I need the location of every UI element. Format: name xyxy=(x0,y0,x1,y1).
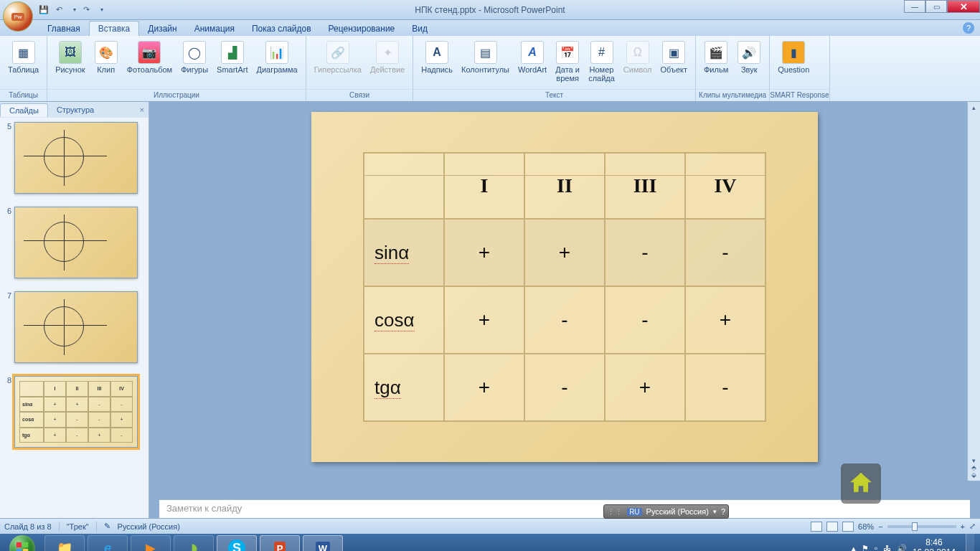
tab-insert[interactable]: Вставка xyxy=(89,21,140,36)
tray-clock[interactable]: 8:46 16.02.2014 xyxy=(913,538,956,551)
slide-thumbnail-current[interactable]: IIIIIIIV sinα++-- cosα+--+ tgα+-+- xyxy=(14,376,138,448)
slide-thumbnail[interactable] xyxy=(14,291,138,363)
lang-menu-icon[interactable]: ▾ xyxy=(713,508,717,515)
zoom-slider[interactable] xyxy=(887,525,956,528)
thumbnails[interactable]: 5 6 7 8 IIIIIIIV sinα++-- cosα+--+ tgα+-… xyxy=(0,118,149,518)
cell[interactable]: - xyxy=(685,219,765,286)
cell[interactable]: + xyxy=(444,286,524,354)
col-header[interactable]: IV xyxy=(685,153,765,219)
chart-button[interactable]: 📊Диаграмма xyxy=(253,39,301,76)
scroll-up-icon[interactable]: ▴ xyxy=(972,104,976,111)
next-slide-icon[interactable]: ⬙ xyxy=(971,471,976,479)
tray-action-icon[interactable]: ▫ xyxy=(875,544,877,551)
start-button[interactable] xyxy=(3,534,42,551)
cell[interactable]: + xyxy=(685,286,765,354)
slideshow-view-button[interactable] xyxy=(842,522,854,532)
language-bar[interactable]: ⋮⋮ RU Русский (Россия) ▾ ? xyxy=(603,504,729,519)
normal-view-button[interactable] xyxy=(811,522,822,532)
taskbar-app-green[interactable]: ◗ xyxy=(174,535,214,551)
cell[interactable]: - xyxy=(685,354,765,421)
album-button[interactable]: 📷Фотоальбом xyxy=(123,39,176,76)
cell[interactable]: + xyxy=(605,354,685,421)
headerfooter-button[interactable]: ▤Колонтитулы xyxy=(458,39,513,76)
picture-button[interactable]: 🖼Рисунок xyxy=(52,39,89,76)
row-header[interactable]: sinα xyxy=(364,219,444,286)
close-panel-icon[interactable]: × xyxy=(136,105,149,114)
symbol-icon: Ω xyxy=(626,41,649,64)
row-header[interactable]: tgα xyxy=(364,354,444,421)
question-button[interactable]: ▮Question xyxy=(774,39,813,76)
object-button[interactable]: ▣Объект xyxy=(657,39,691,76)
group-label-tables: Таблицы xyxy=(0,89,47,101)
tab-slides-thumbnails[interactable]: Слайды xyxy=(0,103,48,117)
tray-volume-icon[interactable]: 🔊 xyxy=(897,544,907,552)
tab-home[interactable]: Главная xyxy=(39,22,89,36)
tab-review[interactable]: Рецензирование xyxy=(320,22,404,36)
cell[interactable]: - xyxy=(524,286,605,354)
qat-dropdown-icon[interactable]: ▾ xyxy=(73,6,76,13)
close-button[interactable]: ✕ xyxy=(947,0,980,13)
tray-network-icon[interactable]: 🖧 xyxy=(883,544,891,551)
lang-code[interactable]: RU xyxy=(627,508,641,516)
smartart-button[interactable]: ▟SmartArt xyxy=(213,39,251,76)
cell[interactable]: + xyxy=(444,354,524,421)
lang-help-icon[interactable]: ? xyxy=(721,507,725,516)
wordart-button[interactable]: AWordArt xyxy=(514,39,550,76)
slide-thumbnail[interactable] xyxy=(14,122,138,194)
tray-more-icon[interactable]: ▴ xyxy=(852,544,856,552)
col-header[interactable]: II xyxy=(524,153,605,219)
minimize-button[interactable]: — xyxy=(904,0,925,13)
help-icon[interactable]: ? xyxy=(963,22,974,34)
datetime-button[interactable]: 📅Дата и время xyxy=(552,39,583,85)
undo-icon[interactable]: ↶ xyxy=(56,5,66,15)
show-desktop-button[interactable] xyxy=(966,534,974,551)
office-button[interactable]: Pw xyxy=(3,1,33,32)
taskbar-powerpoint[interactable]: P xyxy=(260,535,300,551)
redo-icon[interactable]: ↷ xyxy=(83,5,93,15)
maximize-button[interactable]: ▭ xyxy=(925,0,947,13)
col-header[interactable]: I xyxy=(444,153,524,219)
row-header[interactable]: cosα xyxy=(364,286,444,354)
current-slide[interactable]: I II III IV sinα + + - - cosα + xyxy=(311,112,818,462)
slidenumber-button[interactable]: #Номер слайда xyxy=(585,39,618,85)
qat-more-icon[interactable]: ▾ xyxy=(100,6,103,13)
cell[interactable]: - xyxy=(605,219,685,286)
taskbar-word[interactable]: W xyxy=(303,535,343,551)
cell[interactable]: + xyxy=(444,219,524,286)
taskbar-skype[interactable]: S xyxy=(217,535,257,551)
tab-slideshow[interactable]: Показ слайдов xyxy=(243,22,320,36)
fit-view-icon[interactable]: ⤢ xyxy=(969,522,976,531)
tab-outline[interactable]: Структура xyxy=(48,103,103,116)
zoom-in-icon[interactable]: + xyxy=(961,522,965,531)
overlay-home-icon[interactable] xyxy=(841,463,881,504)
textbox-button[interactable]: AНадпись xyxy=(418,39,456,76)
tray-flag-icon[interactable]: ⚑ xyxy=(862,544,869,552)
taskbar-ie[interactable]: e xyxy=(88,535,128,551)
prev-slide-icon[interactable]: ⬘ xyxy=(971,464,976,471)
sound-button[interactable]: 🔊Звук xyxy=(733,39,765,76)
tab-animation[interactable]: Анимация xyxy=(186,22,243,36)
cell[interactable]: + xyxy=(524,219,605,286)
tab-design[interactable]: Дизайн xyxy=(139,22,185,36)
zoom-out-icon[interactable]: − xyxy=(878,522,882,531)
cell[interactable]: - xyxy=(605,286,685,354)
taskbar-mediaplayer[interactable]: ▶ xyxy=(131,535,171,551)
cell-blank[interactable] xyxy=(364,153,444,219)
scroll-down-icon[interactable]: ▾ xyxy=(972,457,976,464)
cell[interactable]: - xyxy=(524,354,605,421)
trig-table[interactable]: I II III IV sinα + + - - cosα + xyxy=(363,152,766,422)
save-icon[interactable]: 💾 xyxy=(39,5,49,15)
spellcheck-icon[interactable]: ✎ xyxy=(104,522,110,531)
shapes-button[interactable]: ◯Фигуры xyxy=(177,39,212,76)
status-language[interactable]: Русский (Россия) xyxy=(118,522,180,531)
table-button[interactable]: ▦Таблица xyxy=(4,39,42,76)
movie-button[interactable]: 🎬Фильм xyxy=(700,39,732,76)
taskbar-explorer[interactable]: 📁 xyxy=(44,535,85,551)
slide-thumbnail[interactable] xyxy=(14,207,138,278)
slide-canvas[interactable]: I II III IV sinα + + - - cosα + xyxy=(149,102,980,499)
vertical-scrollbar[interactable]: ▴ ▾ ⬘ ⬙ xyxy=(967,102,980,481)
col-header[interactable]: III xyxy=(605,153,685,219)
sorter-view-button[interactable] xyxy=(826,522,838,532)
clip-button[interactable]: 🎨Клип xyxy=(90,39,122,76)
tab-view[interactable]: Вид xyxy=(403,22,436,36)
